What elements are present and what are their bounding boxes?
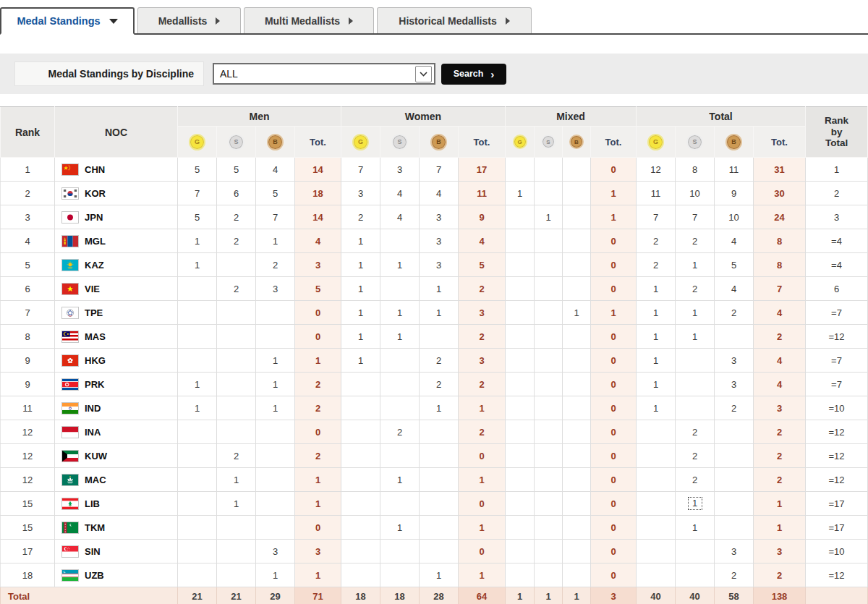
cell-total-g: 1 — [637, 301, 676, 325]
search-button[interactable]: Search › — [441, 64, 506, 85]
cell-mixed-s — [535, 373, 563, 396]
cell-rank: 12 — [1, 468, 55, 492]
cell-men-g: 1 — [178, 229, 217, 253]
cell-noc: TKM — [55, 516, 178, 540]
tab-multi-medallists[interactable]: Multi Medallists — [244, 7, 374, 33]
cell-mixed-tot: 1 — [591, 301, 637, 325]
cell-men-s — [217, 540, 256, 563]
cell-men-s: 6 — [217, 182, 256, 205]
cell-women-b: 3 — [420, 253, 459, 277]
cell-mixed-b — [563, 205, 591, 229]
cell-women-g — [341, 468, 380, 492]
gold-medal-icon: G — [352, 134, 369, 150]
cell-rank-by-total: =7 — [806, 373, 868, 396]
table-row: 12MAC1111022=12 — [1, 468, 868, 492]
total-cell-women-s: 18 — [380, 587, 420, 604]
gold-medal-icon: G — [513, 135, 527, 149]
cell-men-b — [256, 516, 295, 540]
col-header-women-bronze: B — [420, 127, 459, 158]
cell-rank-by-total: =17 — [806, 516, 868, 540]
cell-total-b: 3 — [715, 373, 754, 396]
chevron-down-icon — [420, 72, 427, 77]
cell-men-tot: 5 — [295, 277, 341, 301]
cell-women-tot: 17 — [459, 158, 506, 182]
chevron-right-icon — [349, 17, 353, 25]
mac-flag-icon — [62, 475, 78, 485]
cell-total-tot: 31 — [754, 158, 806, 182]
cell-total-g: 2 — [637, 253, 676, 277]
cell-women-b: 3 — [420, 229, 459, 253]
cell-total-s — [676, 349, 715, 373]
cell-men-b: 4 — [256, 158, 295, 182]
tab-historical-medallists[interactable]: Historical Medallists — [377, 7, 532, 33]
cell-women-tot: 11 — [459, 182, 506, 205]
cell-men-b: 1 — [256, 349, 295, 373]
table-row: 2KOR76518344111111109302 — [1, 182, 868, 205]
cell-total-tot: 4 — [754, 349, 806, 373]
cell-men-s — [217, 373, 256, 396]
cell-rank: 5 — [1, 253, 55, 277]
cell-rank-by-total: =12 — [806, 468, 868, 492]
table-row: 8MAS01120112=12 — [1, 325, 868, 349]
table-row: 1CHN5541473717012811311 — [1, 158, 868, 182]
cell-total-tot: 2 — [754, 444, 806, 468]
cell-total-s — [676, 540, 715, 563]
cell-men-b — [256, 444, 295, 468]
cell-rank: 17 — [1, 540, 55, 563]
cell-men-s — [217, 563, 256, 587]
cell-total-b — [715, 516, 754, 540]
tab-medallists[interactable]: Medallists — [137, 7, 241, 33]
tab-label: Historical Medallists — [399, 15, 496, 27]
cell-mixed-s — [535, 468, 563, 492]
tab-medal-standings[interactable]: Medal Standings — [0, 7, 135, 35]
discipline-select[interactable]: ALL — [213, 63, 435, 85]
cell-total-b — [715, 492, 754, 516]
cell-men-tot: 4 — [295, 229, 341, 253]
uzb-flag-icon — [62, 570, 78, 581]
cell-men-s: 2 — [217, 444, 256, 468]
cell-mixed-g — [506, 420, 535, 444]
cell-total-s: 1 — [676, 301, 715, 325]
col-header-noc: NOC — [55, 107, 178, 158]
cell-men-b: 7 — [256, 205, 295, 229]
cell-noc: PRK — [55, 373, 178, 396]
cell-men-tot: 0 — [295, 516, 341, 540]
cell-mixed-b — [563, 420, 591, 444]
cell-mixed-s — [535, 158, 563, 182]
cell-rank: 4 — [1, 229, 55, 253]
cell-women-tot: 1 — [459, 516, 506, 540]
cell-men-b: 1 — [256, 373, 295, 396]
cell-men-tot: 18 — [295, 182, 341, 205]
cell-men-s: 2 — [217, 277, 256, 301]
cell-mixed-s — [535, 540, 563, 563]
ina-flag-icon — [62, 427, 78, 438]
sin-flag-icon — [62, 546, 78, 557]
cell-men-g — [178, 444, 217, 468]
cell-mixed-g — [506, 516, 535, 540]
cell-total-b: 4 — [715, 229, 754, 253]
table-row: 5KAZ123113502158=4 — [1, 253, 868, 277]
filter-label-text: Medal Standings by Discipline — [48, 68, 194, 80]
noc-code: VIE — [85, 284, 100, 294]
cell-mixed-s — [535, 277, 563, 301]
cell-rank-by-total: 6 — [806, 277, 868, 301]
table-row: 9HKG111230134=7 — [1, 349, 868, 373]
cell-men-g: 5 — [178, 158, 217, 182]
select-dropdown-button[interactable] — [415, 66, 432, 82]
cell-men-s — [217, 349, 256, 373]
cell-women-s — [380, 396, 420, 420]
cell-mixed-tot: 0 — [591, 420, 637, 444]
cell-men-s — [217, 420, 256, 444]
total-cell-mixed-s: 1 — [535, 587, 563, 604]
noc-code: KAZ — [85, 260, 104, 271]
cell-mixed-tot: 0 — [591, 444, 637, 468]
cell-rank: 2 — [1, 182, 55, 205]
total-cell-women-tot: 64 — [459, 587, 506, 604]
cell-men-g: 1 — [178, 396, 217, 420]
cell-women-g — [341, 516, 380, 540]
cell-mixed-b — [563, 158, 591, 182]
cell-women-b: 1 — [420, 301, 459, 325]
cell-total-s: 2 — [676, 444, 715, 468]
cell-mixed-g — [506, 349, 535, 373]
cell-rank-by-total: =12 — [806, 563, 868, 587]
